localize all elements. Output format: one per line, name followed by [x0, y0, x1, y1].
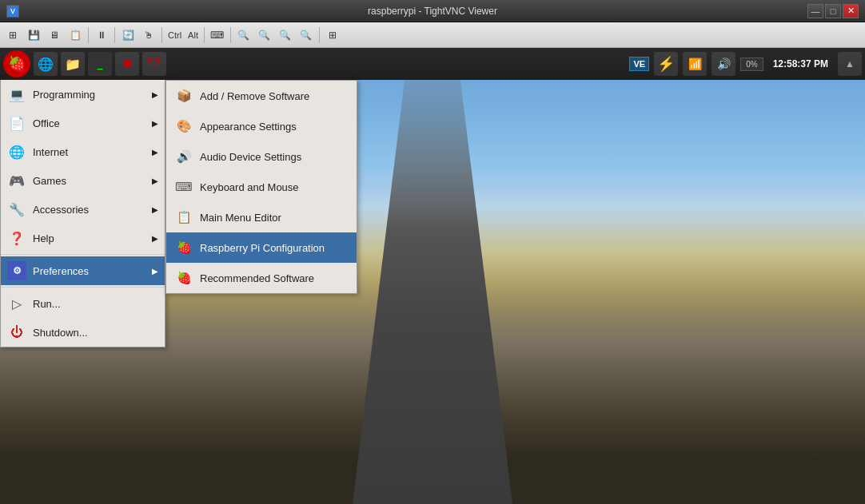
taskbar-browser-icon[interactable]: 🌐: [34, 52, 58, 76]
help-icon: ❓: [7, 228, 26, 248]
taskbar-shield-icon[interactable]: 🛡: [142, 52, 166, 76]
menu-sep-1: [1, 254, 165, 255]
submenu-label-keyboard-and-mouse: Keyboard and Mouse: [200, 181, 299, 193]
audio-device-settings-icon: 🔊: [174, 147, 193, 166]
wifi-icon[interactable]: 📶: [683, 52, 707, 76]
programming-icon: 💻: [7, 85, 26, 104]
menu-label-accessories: Accessories: [33, 204, 89, 216]
arrow-internet: ▶: [152, 148, 158, 157]
toolbar-alt-label: Alt: [185, 30, 201, 40]
window-controls: — □ ✕: [807, 4, 859, 18]
toolbar-clipboard[interactable]: 📋: [66, 26, 85, 45]
menu-sep-2: [1, 287, 165, 288]
menu-item-preferences[interactable]: ⚙ Preferences ▶: [1, 256, 165, 285]
submenu-label-raspberry-pi-configuration: Raspberry Pi Configuration: [200, 242, 325, 254]
shutdown-icon: ⏻: [7, 323, 26, 342]
app-icon-label: V: [10, 7, 15, 15]
submenu-item-recommended-software[interactable]: 🍓 Recommended Software: [166, 263, 357, 293]
toolbar-zoom-reset[interactable]: 🔍: [297, 26, 316, 45]
toolbar-new[interactable]: ⊞: [3, 26, 22, 45]
main-menu: 💻 Programming ▶ 📄 Office ▶ 🌐 Internet ▶ …: [0, 80, 165, 347]
keyboard-mouse-icon: ⌨: [174, 177, 193, 196]
clock-display: 12:58:37 PM: [768, 57, 833, 71]
submenu-item-keyboard-and-mouse[interactable]: ⌨ Keyboard and Mouse: [166, 172, 357, 202]
menu-item-help[interactable]: ❓ Help ▶: [1, 224, 165, 252]
maximize-button[interactable]: □: [825, 4, 841, 18]
submenu-item-appearance-settings[interactable]: 🎨 Appearance Settings: [166, 111, 357, 141]
taskbar-right-area: VE ⚡ 📶 🔊 0% 12:58:37 PM ▲: [629, 52, 862, 76]
submenu-label-appearance-settings: Appearance Settings: [200, 121, 297, 133]
vnc-icon-label: VE: [633, 59, 645, 69]
submenu-label-audio-device-settings: Audio Device Settings: [200, 151, 301, 163]
bluetooth-icon[interactable]: ⚡: [654, 52, 678, 76]
toolbar-refresh[interactable]: 🔄: [118, 26, 138, 45]
menu-label-help: Help: [33, 232, 54, 244]
arrow-preferences: ▶: [152, 267, 158, 276]
menu-item-shutdown[interactable]: ⏻ Shutdown...: [1, 318, 165, 347]
minimize-button[interactable]: —: [807, 4, 823, 18]
app-icon: V: [6, 5, 19, 18]
menu-label-games: Games: [33, 175, 66, 187]
remote-taskbar: 🌐 📁 _ ✸ 🛡 VE ⚡ 📶 🔊 0% 12:58:37 PM ▲: [0, 48, 865, 80]
taskbar-files-icon[interactable]: 📁: [61, 52, 85, 76]
remote-desktop: 🌐 📁 _ ✸ 🛡 VE ⚡ 📶 🔊 0% 12:58:37 PM ▲ 💻 Pr…: [0, 48, 865, 504]
arrow-office: ▶: [152, 119, 158, 128]
toolbar: ⊞ 💾 🖥 📋 ⏸ 🔄 🖱 Ctrl Alt ⌨ 🔍 🔍 🔍 🔍 ⊞: [0, 22, 865, 48]
toolbar-ctrl-label: Ctrl: [165, 30, 184, 40]
arrow-accessories: ▶: [152, 205, 158, 214]
volume-level: 0%: [740, 58, 763, 71]
road-graphic: [353, 48, 512, 504]
menu-label-programming: Programming: [33, 89, 95, 101]
toolbar-pause[interactable]: ⏸: [92, 26, 111, 45]
toolbar-fullscreen[interactable]: ⊞: [323, 26, 342, 45]
menu-item-games[interactable]: 🎮 Games ▶: [1, 166, 165, 195]
title-bar: V raspberrypi - TightVNC Viewer — □ ✕: [0, 0, 865, 22]
menu-item-run[interactable]: ▷ Run...: [1, 289, 165, 318]
toolbar-monitor[interactable]: 🖥: [45, 26, 64, 45]
toolbar-kb[interactable]: ⌨: [208, 26, 227, 45]
menu-label-run: Run...: [33, 298, 61, 310]
menu-item-office[interactable]: 📄 Office ▶: [1, 109, 165, 137]
submenu-item-audio-device-settings[interactable]: 🔊 Audio Device Settings: [166, 141, 357, 172]
toolbar-zoom-out[interactable]: 🔍: [234, 26, 253, 45]
volume-icon[interactable]: 🔊: [712, 52, 735, 76]
window-title: raspberrypi - TightVNC Viewer: [368, 6, 497, 17]
vnc-status-icon: VE: [629, 57, 649, 71]
taskbar-terminal-icon[interactable]: _: [88, 52, 112, 76]
menu-item-accessories[interactable]: 🔧 Accessories ▶: [1, 195, 165, 224]
toolbar-sep-1: [88, 27, 89, 43]
menu-item-programming[interactable]: 💻 Programming ▶: [1, 80, 165, 109]
toolbar-sep-5: [230, 27, 231, 43]
toolbar-sep-3: [161, 27, 162, 43]
submenu-item-main-menu-editor[interactable]: 📋 Main Menu Editor: [166, 202, 357, 232]
main-menu-editor-icon: 📋: [174, 208, 193, 227]
toolbar-sep-2: [114, 27, 115, 43]
taskbar-arrow-icon[interactable]: ▲: [838, 52, 862, 76]
submenu-label-add-remove-software: Add / Remove Software: [200, 90, 309, 102]
toolbar-sep-4: [204, 27, 205, 43]
appearance-settings-icon: 🎨: [174, 117, 193, 136]
submenu-item-add-remove-software[interactable]: 📦 Add / Remove Software: [166, 81, 357, 111]
menu-label-preferences: Preferences: [33, 265, 89, 277]
accessories-icon: 🔧: [7, 200, 26, 219]
menu-label-internet: Internet: [33, 146, 68, 158]
toolbar-zoom-in[interactable]: 🔍: [255, 26, 274, 45]
menu-item-internet[interactable]: 🌐 Internet ▶: [1, 137, 165, 166]
submenu-label-main-menu-editor: Main Menu Editor: [200, 212, 281, 224]
raspberry-menu-button[interactable]: [3, 50, 30, 77]
raspberry-pi-config-icon: 🍓: [174, 238, 193, 257]
toolbar-save[interactable]: 💾: [24, 26, 43, 45]
menu-label-shutdown: Shutdown...: [33, 327, 88, 339]
preferences-icon: ⚙: [7, 261, 26, 280]
toolbar-mouse[interactable]: 🖱: [139, 26, 158, 45]
taskbar-burst-icon[interactable]: ✸: [115, 52, 139, 76]
close-button[interactable]: ✕: [843, 4, 859, 18]
toolbar-sep-6: [319, 27, 320, 43]
preferences-submenu: 📦 Add / Remove Software 🎨 Appearance Set…: [165, 80, 357, 294]
arrow-games: ▶: [152, 177, 158, 185]
toolbar-zoom-fit[interactable]: 🔍: [276, 26, 295, 45]
submenu-label-recommended-software: Recommended Software: [200, 272, 314, 284]
submenu-item-raspberry-pi-configuration[interactable]: 🍓 Raspberry Pi Configuration: [166, 232, 357, 263]
add-remove-software-icon: 📦: [174, 86, 193, 105]
internet-icon: 🌐: [7, 142, 26, 161]
